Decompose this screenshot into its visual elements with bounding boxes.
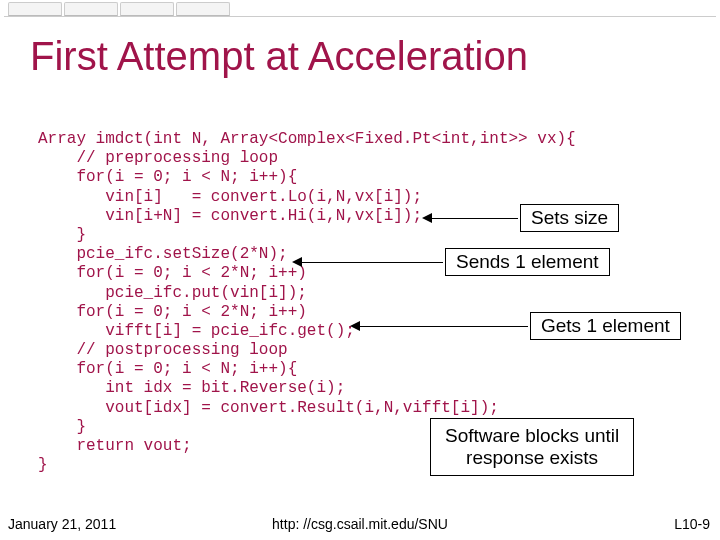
arrow-line — [358, 326, 528, 327]
arrow-head-icon — [292, 257, 302, 267]
code-line: vout[idx] = convert.Result(i,N,vifft[i])… — [38, 399, 499, 417]
slide: First Attempt at Acceleration Array imdc… — [0, 0, 720, 540]
code-line: int idx = bit.Reverse(i); — [38, 379, 345, 397]
annot-blocks: Software blocks until response exists — [430, 418, 634, 476]
code-line: } — [38, 226, 86, 244]
arrow-line — [430, 218, 518, 219]
slide-title: First Attempt at Acceleration — [30, 34, 690, 79]
arrow-head-icon — [422, 213, 432, 223]
arrow-line — [300, 262, 443, 263]
footer-slide-number: L10-9 — [674, 516, 710, 532]
code-line: pcie_ifc.put(vin[i]); — [38, 284, 307, 302]
annot-sends-one: Sends 1 element — [445, 248, 610, 276]
code-line: } — [38, 418, 86, 436]
footer-url: http: //csg.csail.mit.edu/SNU — [0, 516, 720, 532]
arrow-head-icon — [350, 321, 360, 331]
code-line: for(i = 0; i < N; i++){ — [38, 168, 297, 186]
code-line: } — [38, 456, 48, 474]
tab-deco-1 — [8, 2, 62, 17]
code-line: for(i = 0; i < 2*N; i++) — [38, 303, 307, 321]
bar-deco — [4, 16, 716, 17]
tab-deco-4 — [176, 2, 230, 17]
annot-sets-size: Sets size — [520, 204, 619, 232]
code-line: Array imdct(int N, Array<Complex<Fixed.P… — [38, 130, 576, 148]
annot-gets-one: Gets 1 element — [530, 312, 681, 340]
code-line: vifft[i] = pcie_ifc.get(); — [38, 322, 355, 340]
code-line: pcie_ifc.setSize(2*N); — [38, 245, 288, 263]
code-line: for(i = 0; i < N; i++){ — [38, 360, 297, 378]
tab-deco-3 — [120, 2, 174, 17]
code-line: for(i = 0; i < 2*N; i++) — [38, 264, 307, 282]
code-line: // preprocessing loop — [38, 149, 278, 167]
code-line: return vout; — [38, 437, 192, 455]
code-line: vin[i+N] = convert.Hi(i,N,vx[i]); — [38, 207, 422, 225]
code-line: vin[i] = convert.Lo(i,N,vx[i]); — [38, 188, 422, 206]
tab-deco-2 — [64, 2, 118, 17]
code-line: // postprocessing loop — [38, 341, 288, 359]
